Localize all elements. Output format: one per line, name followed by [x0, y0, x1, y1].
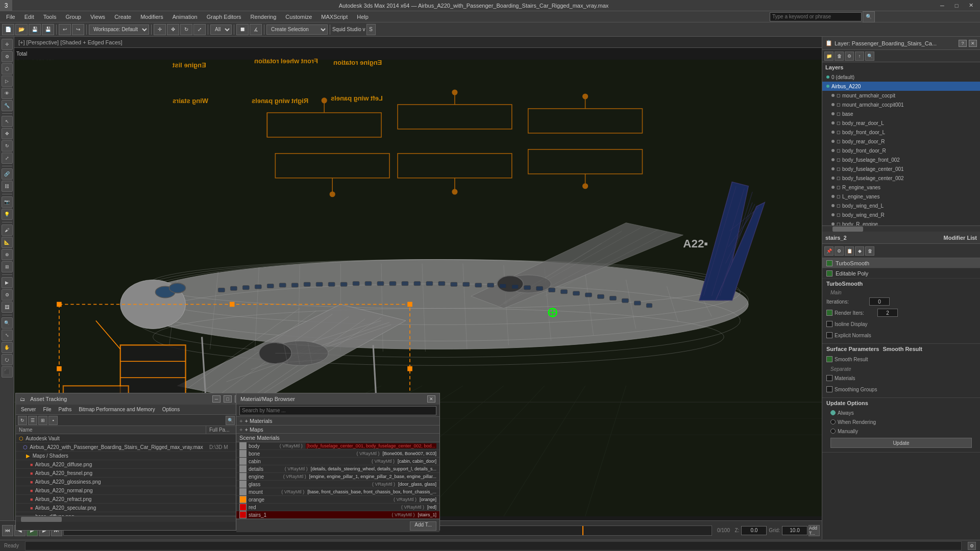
asset-restore-btn[interactable]: □ [224, 395, 232, 403]
asset-menu-server[interactable]: Server [18, 406, 39, 413]
search-input[interactable] [770, 12, 862, 21]
time-config-btn[interactable]: ⚙ [968, 542, 976, 550]
when-rendering-radio[interactable] [830, 419, 836, 424]
rotate-tool[interactable]: ↻ [2, 140, 13, 152]
iterations-input[interactable] [869, 297, 890, 306]
layer-move-btn[interactable]: ↑ [855, 52, 864, 61]
asset-large-btn[interactable]: ▪ [48, 416, 58, 425]
layer-item-front-door-r[interactable]: ◻ body_front_door_R [822, 146, 980, 155]
layer-item-wing-end-r[interactable]: ◻ body_wing_end_R [822, 210, 980, 219]
scale-tool[interactable]: ⤢ [2, 153, 13, 164]
mat-close-btn[interactable]: ✕ [427, 395, 435, 403]
mat-section-maps[interactable]: + + Maps [236, 425, 439, 434]
open-file-btn[interactable]: 📂 [15, 24, 28, 35]
isoline-check[interactable] [826, 321, 832, 327]
layer-item-r-engine-vanes[interactable]: ◻ R_engine_vanes [822, 183, 980, 192]
pivot-tool[interactable]: ⊕ [2, 249, 13, 260]
mat-item-details[interactable]: details ( VRayMtl ) [details, details_st… [236, 465, 439, 473]
add-time-btn[interactable]: Add T... [808, 525, 820, 536]
angle-snap[interactable]: ∡ [250, 24, 262, 35]
menu-help[interactable]: Help [353, 13, 373, 21]
asset-row-diffuse[interactable]: ■ Airbus_A220_diffuse.png [16, 460, 247, 469]
layer-item-airbus[interactable]: Airbus_A220 [822, 82, 980, 91]
create-tool[interactable]: ✛ [2, 39, 13, 50]
light-tool[interactable]: 💡 [2, 209, 13, 220]
update-button[interactable]: Update [830, 438, 972, 448]
asset-menu-file[interactable]: File [40, 406, 54, 413]
menu-edit[interactable]: Edit [20, 13, 38, 21]
save-btn[interactable]: 💾 [29, 24, 41, 35]
manually-radio[interactable] [830, 429, 836, 434]
measure-tool[interactable]: 📐 [2, 237, 13, 248]
asset-menu-paths[interactable]: Paths [56, 406, 75, 413]
modifier-turbosmooth[interactable]: TurboSmooth [822, 258, 980, 268]
explicit-normals-check[interactable] [826, 332, 832, 338]
make-unique-btn[interactable]: ◆ [855, 246, 864, 256]
layer-item-fus-center2[interactable]: ◻ body_fuselage_center_002 [822, 173, 980, 183]
asset-row-vault[interactable]: ⬡ Autodesk Vault [16, 434, 247, 443]
add-to-scene-btn[interactable]: Add T... [410, 521, 436, 531]
move-tool[interactable]: ✥ [2, 128, 13, 139]
z-input[interactable] [741, 526, 767, 535]
menu-create[interactable]: Create [110, 13, 135, 21]
layer-props-btn[interactable]: ⚙ [845, 52, 854, 61]
rotate-btn[interactable]: ↻ [180, 24, 192, 35]
layer-item-default[interactable]: 0 (default) [822, 72, 980, 82]
create-selection[interactable]: Create Selection [266, 24, 328, 35]
layer-item-base[interactable]: ◻ base [822, 109, 980, 118]
search-button[interactable]: 🔍 [863, 11, 875, 22]
layer-help-btn[interactable]: ? [959, 40, 967, 47]
asset-list-btn[interactable]: ☰ [28, 416, 37, 425]
asset-row-maps[interactable]: ▶ Maps / Shaders [16, 452, 247, 460]
redo-btn[interactable]: ↪ [72, 24, 84, 35]
mod-enabled-check[interactable] [826, 270, 832, 277]
modify-tool[interactable]: ⚙ [2, 51, 13, 62]
layer-item-mount1[interactable]: ◻ mount_armchair_cocpit [822, 91, 980, 100]
smoothing-groups-check[interactable] [826, 386, 832, 392]
asset-refresh-btn[interactable]: ↻ [18, 416, 27, 425]
camera-tool[interactable]: 📷 [2, 196, 13, 208]
render-iters-check[interactable] [826, 310, 832, 316]
render-settings[interactable]: ⚙ [2, 289, 13, 300]
smooth-result-check[interactable] [826, 356, 832, 362]
menu-rendering[interactable]: Rendering [247, 13, 281, 21]
asset-row-file[interactable]: ⬡ Airbus_A220_with_Passenger_Boarding_St… [16, 443, 247, 452]
mat-item-bone[interactable]: bone ( VRayMtl ) [Bone006, Bone007, IK03… [236, 450, 439, 458]
materials-check[interactable] [826, 375, 832, 381]
layer-item-fus-front[interactable]: ◻ body_fuselage_front_002 [822, 155, 980, 164]
menu-tools[interactable]: Tools [39, 13, 61, 21]
copy-paste-btn[interactable]: 📋 [845, 246, 854, 256]
mod-enabled-check[interactable] [826, 260, 832, 266]
mat-section-materials[interactable]: + + Materials [236, 417, 439, 425]
scale-btn[interactable]: ⤢ [193, 24, 206, 35]
layer-item-fus-center1[interactable]: ◻ body_fuselage_center_001 [822, 164, 980, 173]
asset-row-normal[interactable]: ■ Airbus_A220_normal.png [16, 486, 247, 495]
snap-toggle[interactable]: 🔲 [236, 24, 249, 35]
display-tool[interactable]: 👁 [2, 88, 13, 99]
menu-customize[interactable]: Customize [281, 13, 316, 21]
close-button[interactable]: ✕ [964, 0, 978, 11]
workspace-dropdown[interactable]: Workspace: Default [89, 24, 149, 35]
menu-animation[interactable]: Animation [168, 13, 202, 21]
render-iters-input[interactable] [877, 309, 898, 317]
remove-mod-btn[interactable]: 🗑 [865, 246, 874, 256]
mat-section-scene[interactable]: Scene Materials [236, 434, 439, 442]
mat-search-input[interactable] [239, 406, 436, 415]
grid-input[interactable] [782, 526, 807, 535]
maximize-button[interactable]: □ [949, 0, 964, 11]
hierarchy-tool[interactable]: ⬡ [2, 63, 13, 74]
selection-filter[interactable]: All [210, 24, 232, 35]
always-radio[interactable] [830, 410, 836, 415]
asset-list[interactable]: ⬡ Autodesk Vault ⬡ Airbus_A220_with_Pass… [16, 434, 247, 516]
layer-close-btn[interactable]: ✕ [969, 40, 977, 47]
asset-search-btn[interactable]: 🔍 [226, 416, 235, 425]
zoom-extents[interactable]: ⤡ [2, 330, 13, 341]
prev-frame-btn[interactable]: ⏮ [2, 525, 13, 536]
layer-create-btn[interactable]: 📁 [824, 52, 834, 61]
layer-item-mount2[interactable]: ◻ mount_armchair_cocpit001 [822, 100, 980, 109]
select-tool[interactable]: ↖ [2, 116, 13, 127]
mat-item-orange[interactable]: orange ( VRayMtl ) [orange] [236, 496, 439, 504]
layer-item-wing-end-l[interactable]: ◻ body_wing_end_L [822, 201, 980, 210]
status-track[interactable] [25, 541, 962, 550]
max-viewport[interactable]: ⬛ [2, 366, 13, 378]
